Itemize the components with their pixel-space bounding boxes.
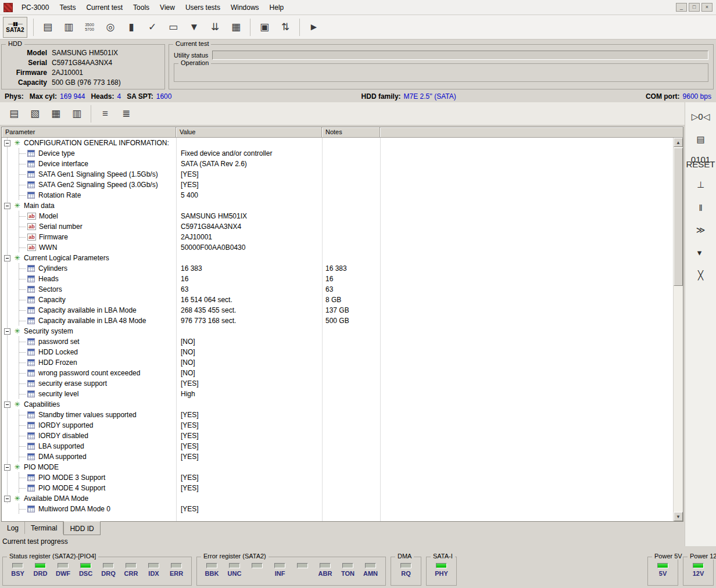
tree-item-row[interactable]: password set[NO] bbox=[2, 336, 683, 347]
folder-icon[interactable]: ▭ bbox=[164, 19, 182, 36]
run-queue-icon[interactable]: ≫ bbox=[692, 223, 710, 238]
tree-collapse-icon[interactable] bbox=[4, 255, 10, 261]
tree-group-row[interactable]: ✳Main data bbox=[2, 200, 683, 211]
tab-log[interactable]: Log bbox=[1, 522, 25, 534]
sector-grid-icon[interactable]: ▦ bbox=[227, 19, 245, 36]
tree-item-row[interactable]: abWWN50000F00AA0B0430 bbox=[2, 242, 683, 253]
test-check-icon[interactable]: ✓ bbox=[143, 19, 162, 36]
tree-item-row[interactable]: security erase support[YES] bbox=[2, 378, 683, 389]
tree-item-row[interactable]: abModelSAMSUNG HM501IX bbox=[2, 211, 683, 221]
terminal-window-icon[interactable]: ▥ bbox=[67, 105, 86, 123]
column-header-value[interactable]: Value bbox=[176, 127, 322, 138]
script-icon[interactable]: ▧ bbox=[26, 105, 44, 123]
utility-status-icon[interactable]: ▤ bbox=[38, 19, 57, 36]
tree-group-row[interactable]: ✳CONFIGURATION GENERAL INFORMATION: bbox=[2, 138, 683, 148]
tree-collapse-icon[interactable] bbox=[4, 140, 10, 146]
utility-settings-icon[interactable]: ◎ bbox=[101, 19, 120, 36]
text-param-icon: ab bbox=[27, 223, 36, 230]
dropdown-arrow-icon[interactable]: ▾ bbox=[690, 245, 709, 260]
tree-item-row[interactable]: Standby timer values supported[YES] bbox=[2, 410, 683, 420]
reset-icon[interactable]: 0101 RESET bbox=[692, 155, 710, 170]
tree-item-row[interactable]: SATA Gen2 Signaling Speed (3.0Gb/s)[YES] bbox=[2, 180, 683, 190]
start-test-icon[interactable]: ► bbox=[305, 19, 323, 36]
firmware-icon[interactable]: ▦ bbox=[46, 105, 65, 123]
tree-item-row[interactable]: Capacity available in LBA Mode268 435 45… bbox=[2, 305, 683, 315]
tree-item-row[interactable]: HDD Frozen[NO] bbox=[2, 357, 683, 368]
filter-icon[interactable]: ▼ bbox=[185, 19, 203, 36]
menu-tests[interactable]: Tests bbox=[54, 1, 81, 14]
tree-item-row[interactable]: HDD Locked[NO] bbox=[2, 347, 683, 357]
tree-collapse-icon[interactable] bbox=[4, 328, 10, 335]
spindle-speed-icon[interactable]: 3500 5700 bbox=[80, 19, 99, 36]
tree-group-row[interactable]: ✳Capabilities bbox=[2, 399, 683, 410]
tree-collapse-icon[interactable] bbox=[4, 464, 10, 471]
tab-terminal[interactable]: Terminal bbox=[25, 522, 63, 534]
tree-collapse-icon[interactable] bbox=[4, 496, 10, 502]
table-body: ✳CONFIGURATION GENERAL INFORMATION:Devic… bbox=[2, 138, 683, 521]
value-cell: Fixed device and/or controller bbox=[176, 149, 322, 157]
menu-users-tests[interactable]: Users tests bbox=[180, 1, 225, 14]
vertical-scrollbar[interactable]: ▲ ▼ bbox=[673, 138, 683, 521]
tab-hdd-id[interactable]: HDD ID bbox=[63, 521, 100, 535]
menu-current-test[interactable]: Current test bbox=[81, 1, 128, 14]
tree-item-row[interactable]: Heads1616 bbox=[2, 274, 683, 284]
menu-tools[interactable]: Tools bbox=[128, 1, 155, 14]
window-maximize-button[interactable]: □ bbox=[689, 3, 700, 12]
tree-item-row[interactable]: wrong password count exceeded[NO] bbox=[2, 368, 683, 378]
column-header-notes[interactable]: Notes bbox=[322, 127, 380, 138]
tree-collapse-icon[interactable] bbox=[4, 401, 10, 408]
tree-item-row[interactable]: IORDY supported[YES] bbox=[2, 420, 683, 431]
scrollbar-thumb[interactable] bbox=[674, 148, 683, 286]
probe-icon[interactable]: ⊥ bbox=[692, 177, 710, 192]
tree-item-row[interactable]: LBA supported[YES] bbox=[2, 441, 683, 451]
tree-item-row[interactable]: SATA Gen1 Signaling Speed (1.5Gb/s)[YES] bbox=[2, 169, 683, 180]
menu-view[interactable]: View bbox=[155, 1, 180, 14]
tree-item-row[interactable]: Sectors6363 bbox=[2, 284, 683, 295]
tree-item-row[interactable]: Device typeFixed device and/or controlle… bbox=[2, 148, 683, 159]
tree-item-row[interactable]: Multiword DMA Mode 0[YES] bbox=[2, 504, 683, 514]
load-lba-icon[interactable]: ⇊ bbox=[206, 19, 224, 36]
pause-icon[interactable]: ‖ bbox=[692, 200, 710, 215]
tree-item-row[interactable]: abSerial numberC5971G84AA3NX4 bbox=[2, 221, 683, 232]
scroll-down-button[interactable]: ▼ bbox=[674, 512, 683, 521]
panel-power-12v: Power 12V12V bbox=[683, 557, 714, 586]
power-terminal-icon[interactable]: ▷0◁ bbox=[692, 109, 710, 124]
tree-collapse-icon[interactable] bbox=[4, 203, 10, 209]
tree-item-row[interactable]: security levelHigh bbox=[2, 389, 683, 399]
tree-group-row[interactable]: ✳Current Logical Parameters bbox=[2, 253, 683, 263]
list-detailed-icon[interactable]: ≣ bbox=[117, 105, 135, 123]
log-icon[interactable]: ▤ bbox=[5, 105, 23, 123]
tree-group-row[interactable]: ✳Available DMA Mode bbox=[2, 493, 683, 504]
table-param-icon bbox=[27, 474, 35, 481]
column-header-parameter[interactable]: Parameter bbox=[2, 127, 176, 138]
window-minimize-button[interactable]: _ bbox=[676, 3, 687, 12]
tree-item-row[interactable]: PIO MODE 3 Support[YES] bbox=[2, 472, 683, 483]
parameter-label: Current Logical Parameters bbox=[24, 254, 109, 262]
tree-item-row[interactable]: Device interfaceSATA (SATA Rev 2.6) bbox=[2, 159, 683, 169]
led-label: CRR bbox=[124, 570, 138, 577]
menu-help[interactable]: Help bbox=[264, 1, 289, 14]
hdd-resources-icon[interactable]: ▥ bbox=[59, 19, 78, 36]
tree-item-row[interactable]: abFirmware2AJ10001 bbox=[2, 232, 683, 242]
tree-group-row[interactable]: ✳Security system bbox=[2, 326, 683, 336]
tree-item-row[interactable]: Capacity16 514 064 sect.8 GB bbox=[2, 295, 683, 305]
tree-item-row[interactable]: IORDY disabled[YES] bbox=[2, 431, 683, 441]
tree-group-row[interactable]: ✳PIO MODE bbox=[2, 462, 683, 472]
window-close-button[interactable]: × bbox=[701, 3, 713, 12]
hdd-field-value: SAMSUNG HM501IX bbox=[52, 48, 118, 58]
adapter-card-icon[interactable]: ▤ bbox=[692, 132, 710, 147]
tree-item-row[interactable]: DMA supported[YES] bbox=[2, 451, 683, 462]
chip-icon[interactable]: ▮ bbox=[122, 19, 141, 36]
sata2-port-button[interactable]: —▮▮— SATA2 bbox=[3, 17, 27, 38]
tree-item-row[interactable]: Cylinders16 38316 383 bbox=[2, 263, 683, 274]
menu-pc-3000[interactable]: PC-3000 bbox=[16, 1, 54, 14]
tree-item-row[interactable]: PIO MODE 4 Support[YES] bbox=[2, 483, 683, 493]
menu-windows[interactable]: Windows bbox=[225, 1, 264, 14]
tree-item-row[interactable]: Capacity available in LBA 48 Mode976 773… bbox=[2, 315, 683, 326]
tools-icon[interactable]: ╳ bbox=[692, 268, 710, 283]
list-compact-icon[interactable]: ≡ bbox=[96, 105, 114, 123]
sort-icon[interactable]: ⇅ bbox=[276, 19, 295, 36]
scroll-up-button[interactable]: ▲ bbox=[674, 138, 683, 147]
tree-item-row[interactable]: Rotation Rate5 400 bbox=[2, 190, 683, 200]
copy-icon[interactable]: ▣ bbox=[255, 19, 274, 36]
